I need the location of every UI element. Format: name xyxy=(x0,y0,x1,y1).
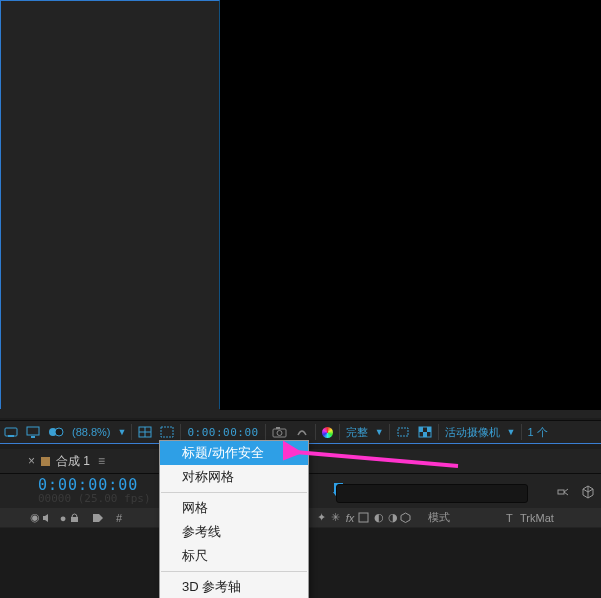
tab-menu-icon[interactable]: ≡ xyxy=(98,454,105,468)
3d-layer-icon[interactable] xyxy=(400,512,414,523)
menu-item-title-action-safe[interactable]: 标题/动作安全 xyxy=(160,441,308,465)
lock-column-icon[interactable] xyxy=(70,513,84,523)
fx-icon[interactable]: fx xyxy=(342,512,358,524)
always-preview-icon[interactable] xyxy=(0,421,22,443)
index-column: # xyxy=(112,512,126,524)
mode-column[interactable]: 模式 xyxy=(428,510,476,525)
eye-column-icon[interactable]: ◉ xyxy=(28,511,42,524)
svg-rect-2 xyxy=(27,427,39,435)
svg-point-5 xyxy=(55,428,63,436)
comp-mini-flowchart-icon[interactable] xyxy=(557,485,571,499)
composition-color-swatch xyxy=(41,457,50,466)
layer-search-input[interactable] xyxy=(336,484,528,503)
render-3d-icon[interactable] xyxy=(581,485,595,499)
menu-item-rulers[interactable]: 标尺 xyxy=(160,544,308,568)
menu-divider xyxy=(161,492,307,493)
camera-select[interactable]: 活动摄像机 xyxy=(441,421,504,443)
resolution-select[interactable]: 完整 xyxy=(342,421,372,443)
svg-rect-3 xyxy=(31,436,35,438)
svg-rect-18 xyxy=(558,490,564,494)
mask-toggle-icon[interactable] xyxy=(44,421,68,443)
zoom-level[interactable]: (88.8%) xyxy=(68,426,115,438)
color-mgmt-icon[interactable] xyxy=(318,421,337,443)
menu-item-proportional-grid[interactable]: 对称网格 xyxy=(160,465,308,489)
trkmat-t-column: T xyxy=(506,512,520,524)
composition-canvas[interactable] xyxy=(220,0,601,410)
composition-viewer xyxy=(0,0,601,418)
resolution-dropdown-icon[interactable]: ▼ xyxy=(372,427,387,437)
label-column-icon[interactable] xyxy=(92,513,106,523)
solo-column-icon[interactable]: ● xyxy=(56,512,70,524)
transparency-grid-icon[interactable] xyxy=(414,421,436,443)
timeline-tab-name[interactable]: 合成 1 xyxy=(56,453,90,470)
motion-blur-icon[interactable]: ◐ xyxy=(372,511,386,524)
camera-dropdown-icon[interactable]: ▼ xyxy=(504,427,519,437)
trkmat-column[interactable]: TrkMat xyxy=(520,512,554,524)
roi-icon[interactable] xyxy=(392,421,414,443)
adjustment-icon[interactable]: ◑ xyxy=(386,511,400,524)
frame-blend-icon[interactable] xyxy=(358,512,372,523)
svg-rect-13 xyxy=(398,428,408,436)
svg-rect-1 xyxy=(8,435,14,437)
audio-column-icon[interactable] xyxy=(42,513,56,523)
safe-zones-icon[interactable] xyxy=(134,421,156,443)
svg-rect-20 xyxy=(359,513,368,522)
svg-rect-16 xyxy=(427,427,431,432)
views-count[interactable]: 1 个 xyxy=(524,421,552,443)
menu-item-3d-reference-axes[interactable]: 3D 参考轴 xyxy=(160,575,308,598)
svg-point-11 xyxy=(277,431,282,436)
svg-rect-12 xyxy=(276,427,280,429)
svg-rect-19 xyxy=(71,517,78,522)
monitor-icon[interactable] xyxy=(22,421,44,443)
menu-item-grid[interactable]: 网格 xyxy=(160,496,308,520)
viewer-left-panel xyxy=(0,0,220,409)
fps-label: 00000 (25.00 fps) xyxy=(38,492,178,505)
zoom-dropdown-icon[interactable]: ▼ xyxy=(115,427,130,437)
guides-context-menu: 标题/动作安全 对称网格 网格 参考线 标尺 3D 参考轴 xyxy=(159,440,309,598)
svg-rect-15 xyxy=(419,427,423,432)
star-icon[interactable]: ✳ xyxy=(328,511,342,524)
menu-item-guides[interactable]: 参考线 xyxy=(160,520,308,544)
tab-close-icon[interactable]: × xyxy=(28,454,35,468)
shy-icon[interactable]: ✦ xyxy=(314,511,328,524)
svg-rect-9 xyxy=(161,427,173,437)
svg-rect-17 xyxy=(423,432,427,437)
svg-rect-0 xyxy=(5,428,17,436)
menu-divider xyxy=(161,571,307,572)
